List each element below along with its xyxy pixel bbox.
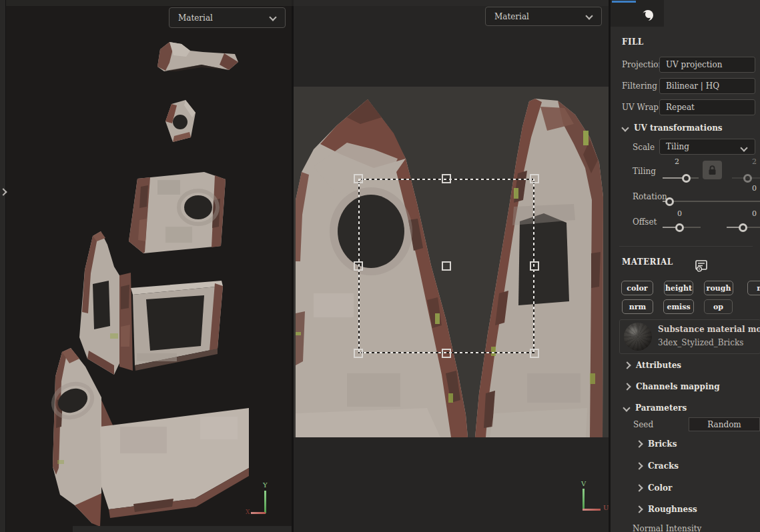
selection-handle-e[interactable]: [530, 261, 539, 271]
section-separator: [619, 246, 753, 247]
selection-handle-center[interactable]: [442, 261, 451, 271]
left-collapsed-panel-strip[interactable]: [0, 0, 6, 532]
offset-x-value: 0: [677, 209, 682, 218]
channel-button-op[interactable]: op: [704, 299, 733, 314]
axis-gizmo-3d: Y X: [246, 481, 275, 521]
uvwrap-label: UV Wrap: [622, 103, 659, 112]
uv-transformations-title: UV transformations: [634, 123, 723, 133]
properties-panel: FILL Projection UV projection Filtering …: [611, 0, 760, 532]
material-mode-title: Substance material mode: [658, 325, 760, 334]
selection-handle-sw[interactable]: [354, 349, 363, 358]
shading-mode-label-uv: Material: [494, 12, 529, 21]
param-group-cracks[interactable]: Cracks: [637, 461, 679, 471]
texturing-app-window: Material Material Y X V U: [0, 0, 760, 532]
cracks-group-title: Cracks: [648, 461, 679, 471]
seed-label: Seed: [633, 420, 653, 429]
param-group-color[interactable]: Color: [637, 483, 672, 493]
projection-label: Projection: [622, 60, 663, 69]
selection-handle-w[interactable]: [354, 261, 363, 271]
chevron-right-icon: [635, 505, 643, 513]
scale-select[interactable]: Tiling: [659, 139, 755, 155]
viewport-3d[interactable]: [6, 0, 292, 532]
channel-button-rough[interactable]: rough: [704, 281, 733, 295]
chevron-right-icon: [635, 440, 643, 447]
bricks-group-title: Bricks: [648, 439, 677, 449]
material-sphere-icon: [641, 7, 655, 22]
axis-v-label: V: [581, 480, 586, 487]
offset-label: Offset: [633, 217, 657, 227]
axis-y-line: [264, 491, 266, 513]
tab-material-preview[interactable]: [637, 3, 659, 27]
attributes-title: Attributes: [636, 361, 681, 370]
axis-u-line: [583, 509, 601, 511]
seed-random-button[interactable]: Random: [689, 417, 760, 431]
filtering-value: Bilinear | HQ: [666, 81, 719, 91]
material-slot[interactable]: Substance material mode 3dex_Stylized_Br…: [619, 319, 760, 354]
parameters-title: Parameters: [635, 403, 687, 413]
color-group-title: Color: [648, 483, 672, 493]
offset-y-value: 0: [752, 209, 757, 218]
chevron-down-icon: [269, 13, 276, 21]
uvwrap-value: Repeat: [666, 103, 695, 112]
channel-button-color[interactable]: color: [621, 281, 653, 295]
selection-handle-s[interactable]: [442, 349, 451, 358]
shading-mode-dropdown-3d[interactable]: Material: [169, 7, 286, 28]
tiling-y-value: 2: [752, 157, 757, 166]
material-name: 3dex_Stylized_Bricks: [658, 338, 743, 347]
channel-button-emiss[interactable]: emiss: [663, 299, 694, 314]
chevron-down-icon: [740, 144, 747, 151]
rotation-slider-knob[interactable]: [665, 197, 674, 206]
param-group-bricks[interactable]: Bricks: [637, 439, 677, 449]
3d-model-render: [6, 0, 292, 532]
normal-intensity-label: Normal Intensity: [633, 524, 701, 532]
param-group-roughness[interactable]: Roughness: [637, 505, 697, 514]
scale-value: Tiling: [666, 142, 689, 151]
shading-mode-label-3d: Material: [178, 13, 213, 23]
chevron-right-icon: [623, 383, 631, 390]
chevron-right-icon: [635, 484, 643, 491]
lock-icon: [708, 165, 717, 175]
axis-x-line: [251, 512, 266, 514]
uvwrap-select[interactable]: Repeat: [659, 99, 755, 115]
section-channels-mapping[interactable]: Channels mapping: [625, 382, 720, 391]
viewport-bottom-strip: [73, 526, 292, 532]
active-tab-accent: [612, 1, 636, 3]
channel-button-height[interactable]: height: [664, 281, 693, 295]
tiling-lock-button[interactable]: [703, 161, 722, 179]
chevron-down-icon: [621, 124, 629, 131]
rotation-slider-track[interactable]: [663, 201, 760, 202]
tiling-y-slider-knob[interactable]: [743, 174, 752, 183]
chevron-right-icon: [635, 462, 643, 469]
roughness-group-title: Roughness: [648, 505, 697, 514]
axis-v-line: [583, 489, 585, 510]
uv-transformations-header[interactable]: UV transformations: [623, 123, 723, 133]
section-attributes[interactable]: Attributes: [625, 361, 681, 370]
selection-handle-n[interactable]: [442, 174, 451, 183]
shading-mode-dropdown-uv[interactable]: Material: [485, 7, 602, 26]
channel-button-nrm[interactable]: nrm: [622, 299, 653, 314]
channel-button-metal[interactable]: m: [747, 281, 760, 295]
viewports-top-strip: [0, 0, 609, 6]
offset-y-slider-knob[interactable]: [739, 223, 747, 232]
uv-selection-box[interactable]: [358, 179, 534, 353]
section-parameters[interactable]: Parameters: [624, 403, 687, 413]
chevron-down-icon: [623, 404, 630, 411]
chevron-down-icon: [585, 12, 593, 19]
fill-section-title: FILL: [622, 37, 644, 47]
properties-list-icon: [695, 259, 708, 273]
selection-handle-ne[interactable]: [530, 174, 539, 183]
selection-handle-nw[interactable]: [354, 174, 363, 183]
tiling-x-slider-knob[interactable]: [682, 174, 691, 183]
selection-handle-se[interactable]: [530, 349, 539, 358]
seed-random-label: Random: [707, 420, 741, 429]
offset-x-slider-knob[interactable]: [675, 223, 684, 232]
projection-select[interactable]: UV projection: [659, 57, 755, 73]
filtering-select[interactable]: Bilinear | HQ: [659, 78, 755, 94]
channels-mapping-title: Channels mapping: [636, 382, 720, 391]
projection-value: UV projection: [666, 60, 722, 69]
rotation-value: 0: [752, 184, 757, 193]
chevron-right-icon: [623, 361, 631, 369]
material-thumbnail-sphere: [624, 323, 652, 351]
tiling-x-value: 2: [675, 157, 679, 166]
axis-y-label: Y: [263, 481, 268, 489]
